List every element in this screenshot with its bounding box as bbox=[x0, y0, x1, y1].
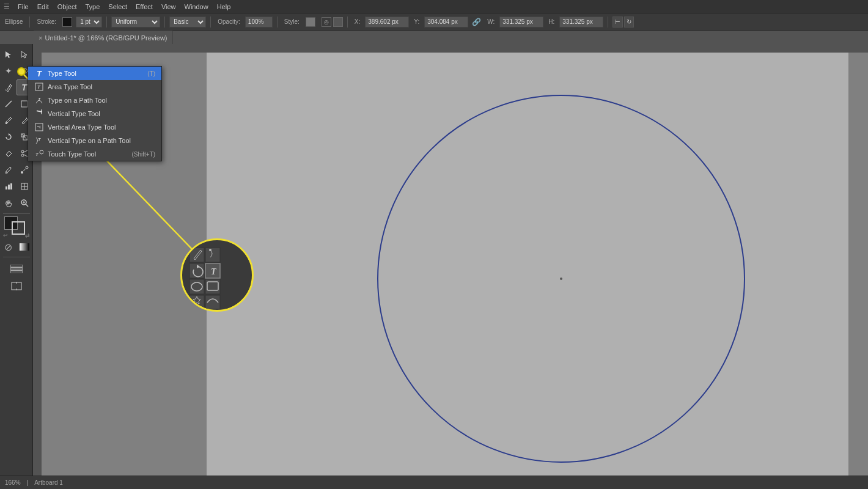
reset-swatches[interactable]: ↩ bbox=[3, 232, 8, 238]
w-input[interactable] bbox=[499, 17, 543, 28]
svg-line-23 bbox=[6, 101, 12, 107]
touch-type-icon: T bbox=[34, 149, 44, 159]
svg-point-56 bbox=[560, 278, 562, 280]
line-tool[interactable] bbox=[1, 96, 16, 112]
svg-rect-68 bbox=[205, 248, 220, 262]
pen-tool[interactable] bbox=[1, 79, 16, 95]
menu-view[interactable]: View bbox=[157, 3, 180, 10]
slice-tool[interactable] bbox=[17, 178, 32, 194]
sep6 bbox=[347, 17, 348, 28]
magnifier-zoom-circle: T bbox=[180, 238, 254, 312]
menu-select[interactable]: Select bbox=[104, 3, 131, 10]
menu-window[interactable]: Window bbox=[180, 3, 213, 10]
svg-text:T: T bbox=[37, 84, 41, 90]
y-input[interactable] bbox=[424, 17, 468, 28]
stroke-width-select[interactable]: 1 pt bbox=[76, 17, 102, 28]
svg-point-36 bbox=[26, 166, 28, 169]
ctx-type-path-tool[interactable]: T Type on a Path Tool bbox=[28, 94, 161, 107]
menu-type[interactable]: Type bbox=[81, 3, 105, 10]
selection-tools bbox=[1, 46, 32, 62]
swap-swatches[interactable]: ⇄ bbox=[25, 232, 30, 238]
align-left-btn[interactable]: ⊢ bbox=[612, 17, 623, 28]
brush-select[interactable]: Basic bbox=[169, 17, 206, 28]
stroke-swatch[interactable] bbox=[12, 221, 25, 235]
rotate-tool[interactable] bbox=[1, 129, 16, 145]
svg-rect-50 bbox=[10, 268, 23, 270]
sep3 bbox=[164, 17, 165, 28]
eraser-tool[interactable] bbox=[1, 145, 16, 161]
type-tool-icon: T bbox=[34, 68, 44, 78]
ctx-touch-type-tool[interactable]: T Touch Type Tool (Shift+T) bbox=[28, 147, 161, 161]
svg-text:T: T bbox=[35, 152, 39, 157]
layers-panel-tool[interactable] bbox=[4, 261, 29, 277]
opacity-input[interactable] bbox=[245, 17, 273, 28]
menu-file[interactable]: File bbox=[13, 3, 33, 10]
svg-rect-39 bbox=[8, 185, 10, 189]
blend-tool[interactable] bbox=[17, 162, 32, 178]
svg-line-45 bbox=[26, 204, 28, 207]
y-label: Y: bbox=[411, 18, 422, 25]
magnifier-content: T bbox=[182, 240, 252, 310]
magic-wand-tool[interactable]: ✦ bbox=[1, 63, 16, 79]
direct-selection-tool[interactable] bbox=[17, 46, 32, 62]
graph-tool[interactable] bbox=[1, 178, 16, 194]
bottom-bar: 166% | Artboard 1 bbox=[0, 476, 868, 489]
ctx-type-path-label: Type on a Path Tool bbox=[48, 97, 107, 104]
stroke-color-swatch[interactable] bbox=[62, 17, 72, 27]
artboard-tool[interactable] bbox=[4, 278, 29, 294]
ctx-type-tool-label: Type Tool bbox=[48, 70, 76, 77]
ctx-vertical-area-label: Vertical Area Type Tool bbox=[48, 123, 116, 131]
selection-tool[interactable] bbox=[1, 46, 16, 62]
graph-tools bbox=[1, 178, 32, 194]
hand-tool[interactable] bbox=[1, 195, 16, 211]
area-type-icon: T bbox=[34, 82, 44, 92]
ctx-vertical-type-tool[interactable]: T Vertical Type Tool bbox=[28, 107, 161, 120]
svg-line-37 bbox=[23, 169, 26, 171]
yellow-dot bbox=[17, 67, 26, 76]
view-tools bbox=[1, 195, 32, 211]
svg-text:T: T bbox=[38, 138, 41, 142]
tab-close-btn[interactable]: × bbox=[39, 34, 42, 42]
top-toolbar: Ellipse Stroke: 1 pt Uniform Basic Opaci… bbox=[0, 13, 868, 31]
h-input[interactable] bbox=[559, 17, 603, 28]
svg-text:T: T bbox=[36, 125, 42, 129]
ctx-vertical-area-type-tool[interactable]: T Vertical Area Type Tool bbox=[28, 120, 161, 134]
style-swatch[interactable] bbox=[306, 17, 315, 27]
ctx-type-tool[interactable]: T Type Tool (T) bbox=[28, 67, 161, 80]
document-title: Untitled-1* @ 166% (RGB/GPU Preview) bbox=[45, 34, 167, 42]
paintbrush-tool[interactable] bbox=[1, 112, 16, 128]
eyedropper-tools bbox=[1, 162, 32, 178]
x-input[interactable] bbox=[365, 17, 409, 28]
sep7 bbox=[608, 17, 608, 28]
gradient-tool[interactable] bbox=[17, 239, 32, 255]
stroke-type-select[interactable]: Uniform bbox=[111, 17, 160, 28]
svg-rect-51 bbox=[10, 271, 23, 273]
menu-help[interactable]: Help bbox=[213, 3, 235, 10]
ctx-vertical-type-path-tool[interactable]: T Vertical Type on a Path Tool bbox=[28, 134, 161, 147]
blend-icon: ◎ bbox=[322, 17, 331, 27]
ctx-area-type-tool[interactable]: T Area Type Tool bbox=[28, 80, 161, 94]
ctx-vertical-type-path-label: Vertical Type on a Path Tool bbox=[48, 137, 131, 144]
magnifier-tools-svg: T bbox=[183, 241, 251, 309]
svg-point-64 bbox=[40, 150, 43, 154]
svg-rect-24 bbox=[21, 101, 28, 107]
divider2 bbox=[3, 257, 30, 257]
transform-btn[interactable]: ↻ bbox=[624, 17, 634, 28]
svg-rect-77 bbox=[189, 295, 204, 309]
ctx-vertical-type-label: Vertical Type Tool bbox=[48, 110, 100, 117]
zoom-tool[interactable] bbox=[17, 195, 32, 211]
sep4 bbox=[210, 17, 211, 28]
eyedropper-tool[interactable] bbox=[1, 162, 16, 178]
menu-effect[interactable]: Effect bbox=[131, 3, 157, 10]
vertical-type-path-icon: T bbox=[34, 136, 44, 145]
svg-text:T: T bbox=[38, 97, 41, 101]
context-menu: T Type Tool (T) T Area Type Tool T Type … bbox=[28, 66, 162, 161]
menu-object[interactable]: Object bbox=[53, 3, 81, 10]
opacity-label: Opacity: bbox=[215, 18, 243, 25]
menu-edit[interactable]: Edit bbox=[33, 3, 53, 10]
link-proportions-icon[interactable]: 🔗 bbox=[471, 18, 482, 26]
app-label: ☰ bbox=[4, 2, 10, 10]
none-color[interactable]: ⊘ bbox=[1, 239, 16, 255]
svg-text:T: T bbox=[211, 267, 217, 276]
svg-rect-40 bbox=[10, 183, 12, 189]
